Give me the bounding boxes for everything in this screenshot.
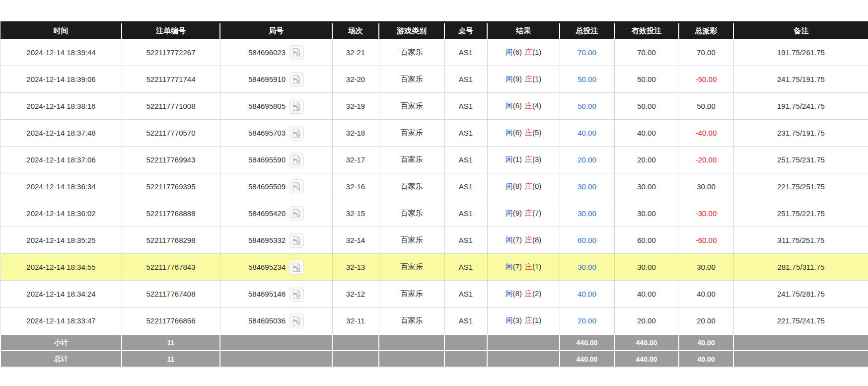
total-bet-link[interactable]: 70.00: [578, 48, 596, 57]
table-row[interactable]: 2024-12-14 18:37:48522117770570584695703…: [0, 120, 868, 147]
cell-remark: 221.75/241.75: [733, 308, 868, 335]
cell-total-bet[interactable]: 50.00: [560, 93, 614, 120]
cell-total-bet[interactable]: 60.00: [560, 227, 614, 254]
cell-table-no: AS1: [444, 227, 487, 254]
column-header-table-no: 桌号: [444, 22, 487, 39]
total-bet-link[interactable]: 40.00: [578, 129, 596, 137]
table-row[interactable]: 2024-12-14 18:38:16522117771008584695805…: [0, 93, 868, 120]
player-result-score: (8): [513, 182, 522, 190]
video-record-icon: [291, 48, 301, 58]
table-row[interactable]: 2024-12-14 18:34:55522117767843584695234…: [0, 254, 868, 281]
cell-result: 闲(6)庄(5): [487, 120, 560, 147]
grand-total-row-remark: [733, 351, 868, 367]
cell-session: 32-19: [332, 93, 379, 120]
column-header-total-payout: 总派彩: [679, 22, 733, 39]
total-bet-link[interactable]: 60.00: [578, 236, 596, 244]
video-replay-button[interactable]: [289, 45, 304, 60]
cell-result: 闲(6)庄(4): [487, 93, 560, 120]
cell-bet-id: 522117767843: [122, 254, 220, 281]
total-bet-link[interactable]: 50.00: [578, 102, 596, 110]
banker-result-score: (1): [532, 48, 541, 56]
banker-result-label: 庄: [525, 316, 532, 324]
subtotal-row-total-payout: 40.00: [679, 334, 733, 351]
player-result-score: (6): [513, 101, 522, 110]
video-record-icon: [291, 182, 301, 192]
table-row[interactable]: 2024-12-14 18:35:25522117768298584695332…: [0, 227, 868, 254]
cell-remark: 231.75/191.75: [733, 120, 868, 147]
cell-bet-id: 522117770570: [122, 120, 220, 147]
round-id-value: 584695332: [248, 236, 286, 244]
bet-records-table: 时间 注单编号 局号 场次 游戏类别 桌号 结果 总投注 有效投注 总派彩 备注…: [0, 21, 868, 368]
banker-result-score: (0): [532, 182, 541, 190]
subtotal-row-empty: [444, 334, 487, 351]
column-header-result: 结果: [487, 22, 560, 39]
cell-time: 2024-12-14 18:39:06: [0, 66, 122, 93]
player-result-score: (1): [513, 155, 522, 163]
round-id-value: 584695146: [248, 290, 286, 298]
video-replay-button[interactable]: [289, 126, 304, 141]
column-header-bet-id: 注单编号: [122, 22, 220, 39]
player-result-label: 闲: [506, 316, 513, 324]
cell-game-type: 百家乐: [379, 281, 444, 308]
cell-bet-id: 522117771008: [122, 93, 220, 120]
cell-total-bet[interactable]: 20.00: [560, 308, 614, 335]
player-result-score: (6): [513, 48, 522, 56]
table-row[interactable]: 2024-12-14 18:33:47522117766856584695036…: [0, 308, 868, 335]
video-replay-button[interactable]: [289, 233, 304, 248]
video-replay-button[interactable]: [289, 313, 304, 328]
banker-result-score: (3): [532, 155, 541, 163]
video-replay-button[interactable]: [289, 260, 304, 275]
video-record-icon: [291, 316, 301, 326]
total-bet-link[interactable]: 50.00: [578, 75, 596, 83]
table-row[interactable]: 2024-12-14 18:36:34522117769395584695509…: [0, 173, 868, 200]
column-header-game-type: 游戏类别: [379, 22, 444, 39]
banker-result-label: 庄: [525, 48, 532, 56]
cell-total-payout: 50.00: [679, 93, 733, 120]
player-result-score: (9): [513, 209, 522, 217]
total-bet-link[interactable]: 30.00: [578, 263, 596, 271]
video-replay-button[interactable]: [289, 287, 304, 302]
cell-game-type: 百家乐: [379, 200, 444, 227]
cell-total-bet[interactable]: 20.00: [560, 147, 614, 173]
cell-total-bet[interactable]: 50.00: [560, 66, 614, 93]
cell-valid-bet: 20.00: [614, 308, 679, 335]
video-replay-button[interactable]: [289, 72, 304, 87]
table-row[interactable]: 2024-12-14 18:36:02522117768888584695420…: [0, 200, 868, 227]
cell-total-payout: 30.00: [679, 173, 733, 200]
table-row[interactable]: 2024-12-14 18:39:06522117771744584695910…: [0, 66, 868, 93]
cell-total-bet[interactable]: 30.00: [560, 254, 614, 281]
video-replay-button[interactable]: [289, 206, 304, 221]
cell-result: 闲(3)庄(1): [487, 308, 560, 335]
cell-game-type: 百家乐: [379, 120, 444, 147]
round-id-value: 584695590: [248, 155, 286, 164]
bet-records-section: 时间 注单编号 局号 场次 游戏类别 桌号 结果 总投注 有效投注 总派彩 备注…: [0, 21, 868, 368]
cell-session: 32-14: [332, 227, 379, 254]
banker-result-label: 庄: [525, 262, 532, 271]
cell-total-bet[interactable]: 40.00: [560, 281, 614, 308]
video-replay-button[interactable]: [289, 153, 304, 167]
total-bet-link[interactable]: 30.00: [578, 209, 596, 218]
video-replay-button[interactable]: [289, 99, 304, 114]
table-row[interactable]: 2024-12-14 18:34:24522117767408584695146…: [0, 281, 868, 308]
cell-total-bet[interactable]: 40.00: [560, 120, 614, 147]
cell-session: 32-18: [332, 120, 379, 147]
cell-result: 闲(8)庄(2): [487, 281, 560, 308]
cell-total-bet[interactable]: 30.00: [560, 173, 614, 200]
video-replay-button[interactable]: [289, 179, 304, 194]
cell-valid-bet: 30.00: [614, 254, 679, 281]
cell-table-no: AS1: [444, 281, 487, 308]
total-bet-link[interactable]: 20.00: [578, 316, 596, 325]
cell-remark: 281.75/311.75: [733, 254, 868, 281]
table-row[interactable]: 2024-12-14 18:39:44522117772267584696023…: [0, 39, 868, 66]
banker-result-score: (5): [532, 128, 541, 137]
cell-total-bet[interactable]: 70.00: [560, 39, 614, 66]
cell-total-bet[interactable]: 30.00: [560, 200, 614, 227]
column-header-valid-bet: 有效投注: [614, 22, 679, 39]
player-result-label: 闲: [506, 128, 513, 137]
table-row[interactable]: 2024-12-14 18:37:06522117769943584695590…: [0, 147, 868, 173]
subtotal-row-valid-bet: 440.00: [614, 334, 679, 351]
total-bet-link[interactable]: 40.00: [578, 290, 596, 298]
cell-table-no: AS1: [444, 173, 487, 200]
total-bet-link[interactable]: 20.00: [578, 155, 596, 164]
total-bet-link[interactable]: 30.00: [578, 182, 596, 191]
